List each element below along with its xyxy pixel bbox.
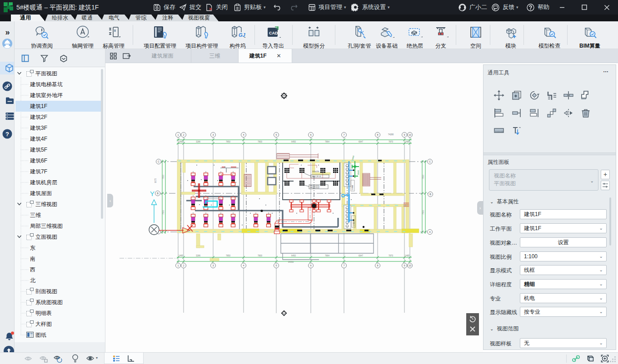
svg-text:C: C bbox=[429, 160, 431, 163]
svg-text:1: 1 bbox=[177, 264, 179, 267]
svg-text:7870: 7870 bbox=[389, 141, 394, 143]
svg-text:320x250: 320x250 bbox=[312, 170, 319, 172]
svg-text:3: 3 bbox=[212, 133, 214, 136]
svg-text:4: 4 bbox=[243, 264, 244, 267]
svg-text:7850: 7850 bbox=[226, 255, 231, 257]
svg-text:1485: 1485 bbox=[179, 255, 184, 257]
svg-text:6: 6 bbox=[310, 133, 311, 136]
svg-text:6450: 6450 bbox=[291, 141, 296, 143]
svg-text:5: 5 bbox=[275, 264, 277, 267]
svg-text:34350: 34350 bbox=[288, 261, 294, 263]
svg-text:7870: 7870 bbox=[389, 255, 394, 257]
svg-text:1485: 1485 bbox=[405, 141, 410, 143]
svg-text:DN40: DN40 bbox=[357, 170, 359, 175]
svg-text:DN50: DN50 bbox=[351, 155, 355, 160]
svg-text:10: 10 bbox=[409, 264, 411, 267]
svg-text:9075: 9075 bbox=[154, 178, 157, 183]
svg-text:7: 7 bbox=[343, 133, 344, 136]
svg-text:9: 9 bbox=[404, 133, 405, 136]
svg-text:3286: 3286 bbox=[196, 255, 201, 257]
svg-text:A: A bbox=[429, 231, 431, 233]
svg-text:6: 6 bbox=[310, 264, 311, 267]
svg-text:PF(y)=3100: PF(y)=3100 bbox=[310, 187, 320, 189]
svg-text:7800: 7800 bbox=[258, 141, 263, 143]
svg-text:2: 2 bbox=[183, 133, 184, 136]
svg-text:2: 2 bbox=[183, 264, 184, 267]
svg-text:8: 8 bbox=[377, 133, 378, 136]
svg-text:9: 9 bbox=[404, 264, 405, 267]
svg-text:1: 1 bbox=[177, 133, 179, 136]
svg-text:GJ: GJ bbox=[239, 32, 246, 38]
svg-text:MAU-1F-01: MAU-1F-01 bbox=[312, 175, 321, 177]
svg-text:7: 7 bbox=[343, 264, 344, 267]
svg-text:GXBB: GXBB bbox=[353, 221, 355, 226]
svg-text:6947: 6947 bbox=[359, 141, 364, 143]
svg-text:C: C bbox=[158, 160, 159, 163]
svg-text:?: ? bbox=[5, 131, 9, 138]
svg-text:1485: 1485 bbox=[405, 255, 410, 257]
svg-text:7500: 7500 bbox=[162, 174, 164, 179]
svg-text:5: 5 bbox=[275, 133, 277, 136]
svg-text:CAD: CAD bbox=[269, 31, 278, 35]
svg-text:74280: 74280 bbox=[388, 133, 394, 136]
svg-text:7800: 7800 bbox=[258, 255, 263, 257]
svg-text:B: B bbox=[429, 193, 431, 196]
svg-text:3: 3 bbox=[212, 264, 214, 267]
svg-text:3286: 3286 bbox=[196, 141, 201, 143]
svg-text:7500: 7500 bbox=[162, 210, 164, 215]
svg-text:8: 8 bbox=[377, 264, 378, 267]
svg-text:GXBB: GXBB bbox=[351, 185, 354, 190]
svg-text:Y: Y bbox=[150, 190, 154, 197]
svg-text:6450: 6450 bbox=[291, 255, 296, 257]
svg-text:7864: 7864 bbox=[325, 255, 330, 257]
svg-text:7500: 7500 bbox=[422, 174, 424, 179]
svg-text:7500: 7500 bbox=[422, 210, 424, 215]
svg-text:10: 10 bbox=[409, 133, 411, 136]
svg-text:7850: 7850 bbox=[226, 141, 231, 143]
svg-text:1485: 1485 bbox=[179, 141, 184, 143]
svg-text:7864: 7864 bbox=[325, 141, 330, 143]
svg-text:4: 4 bbox=[243, 133, 244, 136]
svg-text:6947: 6947 bbox=[359, 255, 364, 257]
svg-text:B: B bbox=[157, 192, 159, 195]
